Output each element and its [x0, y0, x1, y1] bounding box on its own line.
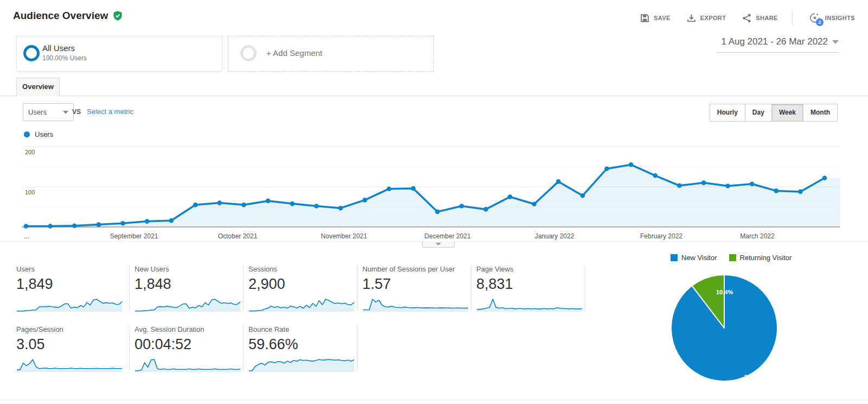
metric-card-sessions: Sessions 2,900: [248, 265, 360, 314]
metric-card-avg-session-duration: Avg. Session Duration 00:04:52: [135, 325, 246, 375]
metric-value: 1,849: [16, 276, 127, 293]
audience-overview-page: Audience Overview SAVE: [0, 0, 868, 404]
metric-value: 59.66%: [248, 336, 360, 353]
header-actions: SAVE EXPORT SHARE: [624, 11, 855, 25]
export-label: EXPORT: [700, 15, 726, 21]
visitor-type-pie-chart[interactable]: 10.4% 89.6%: [670, 274, 778, 382]
new-visitor-percent: 89.6%: [744, 374, 761, 380]
select-metric-link[interactable]: Select a metric: [87, 108, 133, 116]
data-point: [266, 199, 271, 204]
chart-legend: Users: [24, 130, 53, 138]
returning-visitor-swatch: [729, 254, 736, 261]
segment-all-users[interactable]: All Users 100.00% Users: [16, 36, 222, 72]
y-axis-tick-200: 200: [25, 149, 35, 155]
insights-icon: 2: [809, 12, 821, 24]
chevron-down-icon: [436, 243, 441, 245]
share-icon: [742, 14, 751, 23]
segment-subtitle: 100.00% Users: [42, 54, 87, 62]
data-point: [339, 206, 343, 211]
card-divider: [243, 264, 244, 311]
data-point: [750, 182, 755, 187]
data-point: [629, 162, 634, 167]
data-point: [798, 190, 803, 194]
avg-session-duration-sparkline: [135, 357, 241, 373]
data-point: [145, 219, 150, 224]
metric-label: Page Views: [476, 265, 588, 273]
metric-value: 1.57: [362, 276, 474, 293]
export-button[interactable]: EXPORT: [687, 14, 726, 23]
x-axis-tick-dec: December 2021: [424, 232, 470, 240]
data-point: [24, 224, 29, 229]
x-axis-tick-jan: January 2022: [535, 232, 575, 240]
data-point: [435, 210, 440, 214]
data-point: [701, 180, 706, 185]
card-divider: [243, 325, 244, 371]
x-axis-tick-sep: September 2021: [110, 232, 158, 240]
tab-overview[interactable]: Overview: [16, 78, 60, 96]
segment-title: All Users: [42, 43, 75, 53]
legend-item-returning-visitor: Returning Visitor: [729, 254, 792, 262]
metric-dropdown[interactable]: Users: [23, 103, 74, 121]
card-divider: [357, 325, 358, 371]
save-button[interactable]: SAVE: [640, 14, 671, 23]
data-point: [387, 186, 392, 191]
data-point: [48, 224, 53, 229]
data-point: [362, 198, 367, 203]
save-label: SAVE: [654, 15, 671, 21]
page-bottom-border: [0, 400, 868, 400]
save-icon: [640, 14, 649, 23]
x-axis-tick-ellipsis: ...: [24, 232, 29, 240]
granularity-toggle: Hourly Day Week Month: [710, 104, 838, 122]
metric-card-users: Users 1,849: [16, 265, 127, 314]
users-over-time-chart[interactable]: [0, 142, 868, 240]
metric-card-new-users: New Users 1,848: [135, 265, 246, 314]
data-point: [459, 204, 464, 209]
data-point: [580, 193, 585, 198]
new-users-sparkline: [135, 297, 241, 312]
insights-button[interactable]: 2 INSIGHTS: [809, 12, 855, 24]
metric-value: 1,848: [135, 276, 246, 293]
add-segment-button[interactable]: + Add Segment: [228, 36, 434, 72]
tab-strip-border: [0, 96, 868, 96]
granularity-day-button[interactable]: Day: [745, 104, 772, 122]
data-point: [314, 204, 319, 209]
card-divider: [585, 264, 585, 311]
x-axis-tick-feb: February 2022: [640, 232, 682, 240]
metric-label: Sessions: [248, 265, 360, 273]
new-visitor-swatch: [671, 254, 678, 261]
returning-visitor-label: Returning Visitor: [740, 254, 792, 262]
data-point: [653, 173, 658, 178]
data-point: [241, 203, 246, 207]
page-title: Audience Overview: [13, 10, 108, 22]
bounce-rate-sparkline: [248, 357, 355, 373]
share-label: SHARE: [756, 15, 778, 21]
card-divider: [129, 325, 130, 371]
granularity-hourly-button[interactable]: Hourly: [710, 104, 745, 122]
y-axis-tick-100: 100: [25, 189, 35, 195]
sessions-sparkline: [248, 297, 355, 312]
add-segment-ring-icon: [240, 45, 257, 61]
chevron-down-icon: [63, 111, 68, 114]
granularity-month-button[interactable]: Month: [803, 104, 838, 122]
metric-card-page-views: Page Views 8,831: [476, 265, 588, 314]
data-point: [725, 184, 730, 188]
share-button[interactable]: SHARE: [742, 14, 778, 23]
date-range-picker[interactable]: 1 Aug 2021 - 26 Mar 2022: [716, 34, 839, 53]
header-divider: [792, 11, 793, 25]
data-point: [822, 175, 827, 180]
card-divider: [471, 264, 471, 311]
chart-collapse-handle[interactable]: [422, 241, 455, 248]
pages-session-sparkline: [16, 357, 123, 373]
metric-card-pages-session: Pages/Session 3.05: [16, 325, 127, 375]
data-point: [169, 218, 174, 223]
insights-badge: 2: [816, 18, 824, 26]
data-point: [97, 222, 101, 227]
granularity-week-button[interactable]: Week: [771, 104, 803, 122]
data-point: [290, 201, 295, 206]
users-series-dot: [24, 131, 30, 137]
data-point: [120, 221, 125, 226]
data-point: [193, 203, 198, 207]
metric-value: 2,900: [248, 276, 360, 293]
vs-label: VS: [72, 108, 81, 116]
sessions-per-user-sparkline: [362, 297, 469, 312]
